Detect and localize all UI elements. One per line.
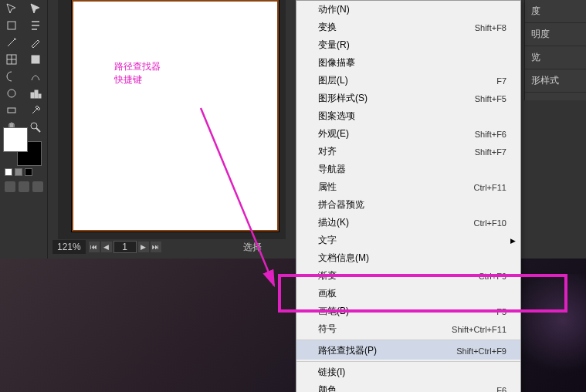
panel-tab[interactable]: 明度	[525, 23, 586, 46]
svg-rect-5	[8, 108, 15, 113]
mini-swatches[interactable]	[5, 168, 32, 176]
selection-label: 选择	[243, 241, 262, 254]
menu-item-label: 文档信息(M)	[318, 252, 369, 265]
menu-shortcut: Shift+F6	[475, 130, 506, 139]
mode-icons[interactable]	[5, 181, 43, 192]
menu-item[interactable]: 导航器	[296, 161, 520, 178]
menu-shortcut: Shift+F7	[475, 147, 506, 157]
menu-item[interactable]: 图案选项	[296, 107, 520, 125]
tool-icon[interactable]	[1, 69, 22, 84]
menu-item-label: 文字	[318, 234, 337, 247]
tool-icon[interactable]	[25, 1, 46, 16]
menu-item-label: 图层(L)	[318, 74, 348, 87]
tool-icon[interactable]	[25, 86, 46, 101]
panel-tab[interactable]: 度	[525, 0, 586, 23]
menu-shortcut: Shift+Ctrl+F9	[456, 346, 506, 356]
next-page-button[interactable]: ▶	[138, 242, 149, 252]
menu-item-label: 链接(I)	[318, 366, 345, 379]
annotation-line: 快捷键	[114, 73, 161, 86]
menu-item-label: 变量(R)	[318, 39, 350, 52]
canvas-area[interactable]	[58, 0, 286, 239]
menu-item-label: 导航器	[318, 163, 346, 176]
svg-rect-7	[31, 93, 34, 98]
menu-item-label: 画笔(B)	[318, 305, 349, 318]
artboard[interactable]	[72, 0, 279, 231]
menu-item[interactable]: 描边(K)Ctrl+F10	[296, 214, 520, 231]
menu-item[interactable]: 画板	[296, 285, 520, 302]
tools-panel	[0, 0, 48, 259]
menu-shortcut: Ctrl+F10	[474, 218, 507, 228]
menu-item[interactable]: 对齐Shift+F7	[296, 143, 520, 161]
menu-shortcut: Ctrl+F11	[474, 183, 507, 192]
menu-item-label: 拼合器预览	[318, 198, 364, 211]
last-page-button[interactable]: ⏭	[151, 242, 161, 252]
prev-page-button[interactable]: ◀	[101, 242, 112, 252]
window-menu: 动作(N)变换Shift+F8变量(R)图像描摹图层(L)F7图形样式(S)Sh…	[296, 0, 521, 392]
svg-rect-0	[8, 22, 15, 29]
menu-item[interactable]: 颜色F6	[296, 381, 520, 392]
panel-tab[interactable]: 览	[525, 46, 586, 69]
menu-item[interactable]: 属性Ctrl+F11	[296, 178, 520, 196]
menu-item[interactable]: 符号Shift+Ctrl+F11	[296, 320, 520, 338]
menu-item-label: 外观(E)	[318, 127, 349, 140]
zoom-level[interactable]: 121%	[53, 240, 86, 254]
color-swatches[interactable]	[3, 127, 42, 166]
tool-icon[interactable]	[1, 52, 22, 67]
menu-shortcut: F6	[496, 386, 506, 393]
menu-item[interactable]: 图形样式(S)Shift+F5	[296, 90, 520, 107]
status-bar: 121% ⏮ ◀ ▶ ⏭	[53, 239, 161, 255]
first-page-button[interactable]: ⏮	[89, 242, 100, 252]
menu-item[interactable]: 变换Shift+F8	[296, 19, 520, 36]
tool-icon[interactable]	[25, 69, 46, 84]
menu-item[interactable]: 拼合器预览	[296, 196, 520, 214]
menu-item[interactable]: 路径查找器(P)Shift+Ctrl+F9	[296, 340, 520, 360]
menu-shortcut: Shift+Ctrl+F11	[452, 325, 506, 334]
page-input[interactable]	[113, 241, 137, 253]
menu-item-label: 颜色	[318, 384, 337, 392]
menu-shortcut: Ctrl+F9	[479, 272, 506, 281]
tool-icon[interactable]	[25, 35, 46, 50]
tool-icon[interactable]	[1, 35, 22, 50]
tool-icon[interactable]	[1, 1, 22, 16]
svg-rect-6	[32, 56, 39, 63]
menu-item[interactable]: 文档信息(M)	[296, 249, 520, 267]
menu-item[interactable]: 变量(R)	[296, 36, 520, 54]
menu-item[interactable]: 动作(N)	[296, 1, 520, 19]
menu-item[interactable]: 渐变Ctrl+F9	[296, 267, 520, 285]
page-navigator: ⏮ ◀ ▶ ⏭	[89, 241, 161, 253]
menu-item-label: 画板	[318, 287, 337, 300]
menu-item-label: 动作(N)	[318, 3, 350, 16]
menu-shortcut: F5	[496, 307, 506, 316]
menu-item-label: 符号	[318, 323, 337, 336]
menu-item[interactable]: 图层(L)F7	[296, 72, 520, 90]
menu-item-label: 变换	[318, 21, 337, 34]
menu-item-label: 描边(K)	[318, 216, 349, 229]
tool-icon[interactable]	[1, 86, 22, 101]
annotation-line: 路径查找器	[114, 60, 161, 73]
submenu-arrow-icon: ▶	[510, 237, 516, 245]
tool-icon[interactable]	[25, 52, 46, 67]
tool-icon[interactable]	[1, 18, 22, 33]
svg-rect-8	[35, 90, 38, 98]
menu-item[interactable]: 文字▶	[296, 231, 520, 249]
menu-item-label: 对齐	[318, 145, 337, 158]
menu-item[interactable]: 图像描摹	[296, 54, 520, 72]
tool-icon[interactable]	[25, 18, 46, 33]
fg-swatch[interactable]	[3, 127, 28, 152]
menu-item[interactable]: 画笔(B)F5	[296, 302, 520, 320]
right-panels: 度 明度 览 形样式	[524, 0, 586, 100]
menu-item[interactable]: 链接(I)	[296, 361, 520, 381]
svg-rect-9	[39, 94, 41, 98]
menu-item-label: 图形样式(S)	[318, 92, 368, 105]
menu-item[interactable]: 外观(E)Shift+F6	[296, 125, 520, 143]
panel-tab[interactable]: 形样式	[525, 69, 586, 93]
menu-item-label: 渐变	[318, 269, 337, 282]
tool-icon[interactable]	[1, 103, 22, 118]
svg-point-4	[8, 90, 15, 97]
annotation-text: 路径查找器 快捷键	[114, 60, 161, 86]
tool-icon[interactable]	[25, 103, 46, 118]
menu-item-label: 路径查找器(P)	[318, 344, 377, 357]
menu-item-label: 图案选项	[318, 110, 355, 123]
menu-shortcut: F7	[496, 76, 506, 86]
menu-item-label: 图像描摹	[318, 56, 355, 69]
